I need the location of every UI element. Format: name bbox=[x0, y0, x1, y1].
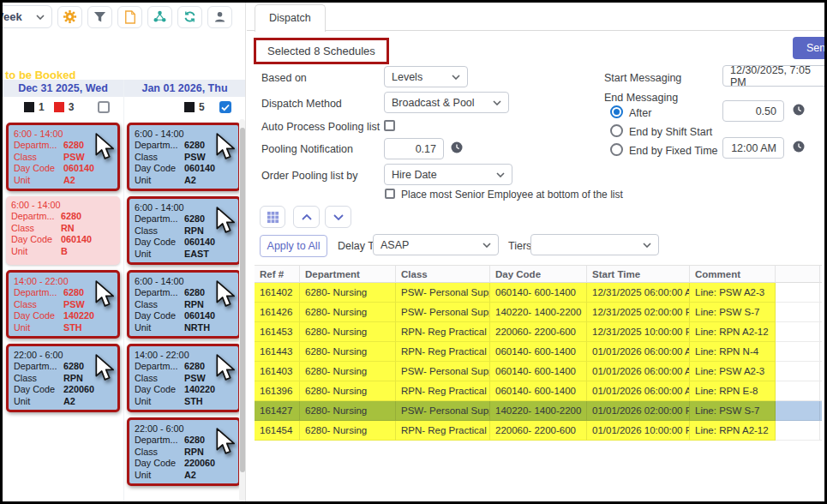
card-class-label: Class bbox=[135, 152, 184, 163]
grid-view-button[interactable] bbox=[260, 206, 285, 228]
table-cell: 060140- 600-1400 bbox=[490, 362, 587, 381]
dispatch-method-select[interactable]: Broadcast & Pool bbox=[384, 92, 509, 113]
table-cell: 140220- 1400-2200 bbox=[490, 303, 587, 322]
auto-process-checkbox[interactable] bbox=[384, 120, 395, 131]
table-cell: Line: RPN N-4 bbox=[690, 342, 776, 362]
card-department-value: 6280 bbox=[184, 140, 205, 151]
pooling-notification-input[interactable]: 0.17 bbox=[384, 138, 444, 159]
card-class-label: Class bbox=[135, 299, 184, 310]
schedule-table: Ref #DepartmentClassDay CodeStart TimeCo… bbox=[255, 265, 822, 441]
select-day-checkbox[interactable] bbox=[98, 101, 110, 113]
card-unit-label: Unit bbox=[14, 322, 63, 333]
card-daycode-label: Day Code bbox=[135, 458, 184, 469]
tab-dispatch[interactable]: Dispatch bbox=[255, 4, 326, 32]
table-row[interactable]: 1614546280- NursingRPN- Reg Practical Nu… bbox=[255, 421, 822, 441]
schedule-card[interactable]: 6:00 - 14:00Departm...6280ClassPSWDay Co… bbox=[127, 123, 241, 191]
table-cell: PSW- Personal Support bbox=[396, 362, 490, 381]
scrollbar-thumb[interactable] bbox=[240, 128, 245, 472]
schedule-card[interactable]: 22:00 - 6:00Departm...6280ClassRPNDay Co… bbox=[127, 417, 241, 486]
schedule-toolbar: Week bbox=[3, 5, 232, 28]
filter-button[interactable] bbox=[87, 6, 112, 28]
table-row[interactable]: 1614276280- NursingPSW- Personal Support… bbox=[255, 401, 822, 421]
move-up-button[interactable] bbox=[293, 206, 320, 228]
schedule-card[interactable]: 14:00 - 22:00Departm...6280ClassPSWDay C… bbox=[6, 270, 120, 339]
table-row[interactable]: 1614026280- NursingPSW- Personal Support… bbox=[255, 283, 822, 303]
start-messaging-input[interactable]: 12/30/2025, 7:05 PM bbox=[722, 65, 824, 87]
refresh-button[interactable] bbox=[177, 6, 202, 28]
table-row[interactable]: 1613966280- NursingRPN- Reg Practical Nu… bbox=[255, 381, 822, 401]
card-daycode-value: 060140 bbox=[63, 163, 94, 174]
table-cell: 01/01/2026 06:00:00 AM bbox=[587, 362, 690, 381]
table-cell: 161454 bbox=[255, 421, 300, 441]
end-by-fixed-time-radio[interactable] bbox=[610, 143, 623, 156]
end-by-shift-start-radio[interactable] bbox=[610, 124, 623, 137]
table-cell bbox=[820, 283, 822, 303]
view-mode-select[interactable]: Week bbox=[3, 5, 52, 28]
card-department-label: Departm... bbox=[135, 213, 184, 225]
schedule-card[interactable]: 6:00 - 14:00Departm...6280ClassRPNDay Co… bbox=[127, 196, 241, 265]
tab-bar: Dispatch bbox=[247, 3, 824, 31]
table-cell: 060140- 600-1400 bbox=[490, 381, 587, 401]
send-button[interactable]: Send bbox=[793, 37, 824, 59]
order-pooling-select[interactable]: Hire Date bbox=[384, 164, 512, 185]
view-mode-value: Week bbox=[3, 10, 22, 23]
end-by-fixed-time-clock-button[interactable] bbox=[792, 141, 806, 154]
card-unit-value: EAST bbox=[184, 249, 209, 260]
schedule-card[interactable]: 14:00 - 22:00Departm...6280ClassPSWDay C… bbox=[127, 344, 241, 412]
end-after-radio[interactable] bbox=[610, 105, 623, 118]
table-cell: Line: RPN A2-12 bbox=[690, 322, 776, 342]
end-by-fixed-time-input[interactable]: 12:00 AM bbox=[722, 137, 784, 159]
card-department-value: 6280 bbox=[63, 140, 84, 151]
report-button[interactable] bbox=[117, 6, 142, 28]
header-cell[interactable]: Ref # bbox=[255, 265, 300, 283]
delay-time-select[interactable]: ASAP bbox=[373, 234, 499, 255]
table-cell: RPN- Reg Practical Nurs bbox=[396, 322, 490, 342]
scrollbar bbox=[239, 119, 245, 501]
tiers-select[interactable] bbox=[530, 234, 659, 255]
senior-employee-checkbox[interactable] bbox=[385, 189, 395, 199]
pool-button[interactable] bbox=[147, 6, 172, 28]
black-count: 5 bbox=[199, 101, 205, 113]
end-after-clock-button[interactable] bbox=[792, 104, 806, 117]
table-row[interactable]: 1614266280- NursingPSW- Personal Support… bbox=[255, 303, 822, 322]
pooling-notification-clock-button[interactable] bbox=[450, 141, 464, 155]
select-day-checkbox[interactable] bbox=[219, 101, 231, 113]
schedule-card[interactable]: 6:00 - 14:00Departm...6280ClassPSWDay Co… bbox=[6, 123, 120, 191]
card-unit-label: Unit bbox=[14, 175, 63, 186]
table-cell: 161396 bbox=[255, 381, 300, 401]
card-daycode-label: Day Code bbox=[11, 234, 61, 245]
header-cell[interactable]: Comment bbox=[690, 265, 776, 283]
table-cell: RPN- Reg Practical Nurs bbox=[396, 342, 490, 362]
card-daycode-value: 060140 bbox=[184, 163, 215, 174]
table-cell: 161426 bbox=[255, 303, 300, 322]
table-row[interactable]: 1614536280- NursingRPN- Reg Practical Nu… bbox=[255, 322, 822, 342]
header-cell[interactable]: Department bbox=[300, 265, 396, 283]
user-button[interactable] bbox=[207, 6, 232, 28]
header-cell[interactable] bbox=[776, 265, 820, 283]
table-cell bbox=[776, 322, 820, 342]
apply-to-all-button[interactable]: Apply to All bbox=[260, 235, 327, 257]
card-department-label: Departm... bbox=[135, 140, 184, 151]
dispatch-panel: Dispatch Selected 8 Schedules Send Based… bbox=[247, 3, 824, 501]
red-count: 3 bbox=[69, 101, 75, 113]
schedule-card[interactable]: 22:00 - 6:00Departm...6280ClassRPNDay Co… bbox=[6, 344, 120, 412]
header-cell[interactable]: Class bbox=[396, 265, 490, 283]
header-cell[interactable]: Day Code bbox=[490, 265, 587, 283]
order-pooling-label: Order Pooling list by bbox=[261, 170, 358, 182]
table-row[interactable]: 1614036280- NursingPSW- Personal Support… bbox=[255, 362, 822, 381]
based-on-select[interactable]: Levels bbox=[384, 66, 468, 87]
settings-button[interactable] bbox=[57, 6, 82, 28]
schedule-card[interactable]: 6:00 - 14:00Departm...6280ClassRPNDay Co… bbox=[127, 270, 241, 339]
table-cell bbox=[820, 303, 822, 322]
schedule-card[interactable]: 6:00 - 14:00Departm...6280ClassRNDay Cod… bbox=[6, 196, 120, 265]
table-row[interactable]: 1614436280- NursingRPN- Reg Practical Nu… bbox=[255, 342, 822, 362]
table-cell bbox=[776, 342, 820, 362]
end-after-input[interactable]: 0.50 bbox=[722, 100, 784, 122]
move-down-button[interactable] bbox=[325, 206, 351, 228]
cursor-pointer-icon bbox=[215, 428, 237, 455]
table-cell: 6280- Nursing bbox=[300, 362, 396, 381]
card-class-value: RPN bbox=[184, 225, 204, 237]
header-cell[interactable]: N bbox=[820, 265, 822, 283]
card-daycode-value: 140220 bbox=[184, 384, 215, 395]
header-cell[interactable]: Start Time bbox=[587, 265, 690, 283]
